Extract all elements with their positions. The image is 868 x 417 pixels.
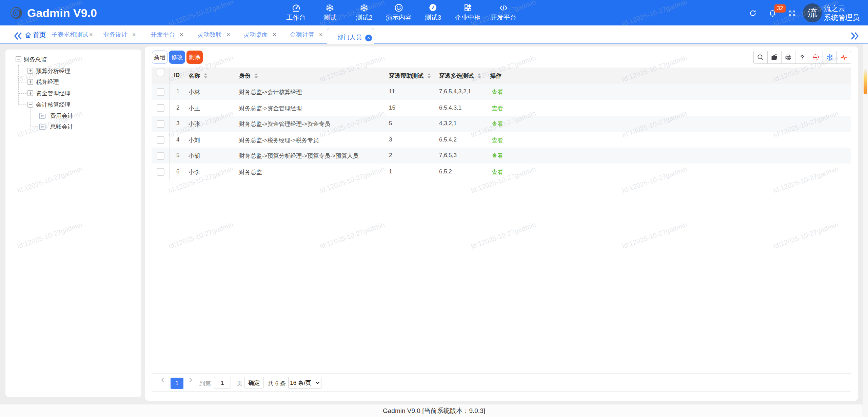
svg-text:?: ?: [800, 54, 804, 61]
